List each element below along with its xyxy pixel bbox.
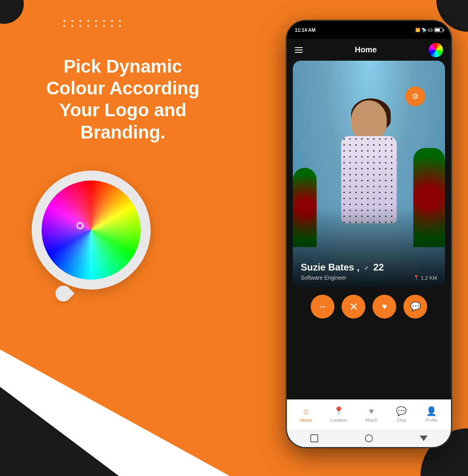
location-pin-icon: 📍 bbox=[413, 275, 419, 280]
status-icons: 📶 📡 63 bbox=[415, 28, 443, 33]
battery-icon bbox=[434, 28, 443, 32]
phone-bottom-bar bbox=[287, 429, 451, 447]
dot-pattern bbox=[63, 20, 124, 27]
app-title: Home bbox=[355, 45, 377, 54]
app-header: Home bbox=[287, 39, 451, 61]
gesture-square[interactable] bbox=[310, 434, 318, 442]
headline-text: Pick Dynamic Colour According Your Logo … bbox=[24, 56, 222, 143]
color-wheel[interactable] bbox=[42, 180, 141, 280]
profile-job: Software Engineer 📍 1.2 KM bbox=[301, 274, 437, 281]
nav-item-profile[interactable]: 👤 Profile bbox=[425, 406, 437, 422]
distance-badge: 📍 1.2 KM bbox=[413, 275, 437, 281]
theme-color-button[interactable] bbox=[429, 43, 443, 57]
back-icon: ↔ bbox=[318, 301, 327, 312]
nav-item-home[interactable]: ⌂ Home bbox=[300, 406, 311, 422]
like-button[interactable]: ♥ bbox=[372, 295, 396, 319]
nav-item-match[interactable]: ♥ Match bbox=[365, 406, 377, 422]
location-icon: 📍 bbox=[333, 406, 344, 416]
battery-fill bbox=[435, 29, 440, 31]
left-section: Pick Dynamic Colour According Your Logo … bbox=[24, 56, 222, 143]
color-wheel-selector[interactable] bbox=[76, 222, 84, 229]
hamburger-line bbox=[295, 50, 303, 50]
profile-name: Suzie Bates , ♂ 22 bbox=[301, 262, 437, 273]
battery-text: 63 bbox=[428, 28, 433, 33]
profile-age: 22 bbox=[373, 262, 384, 273]
headline-line1: Pick Dynamic bbox=[63, 56, 182, 77]
headline-line2: Colour According bbox=[46, 78, 200, 98]
signal-icon: 📶 bbox=[415, 28, 420, 32]
home-icon: ⌂ bbox=[304, 406, 309, 416]
chat-icon: 💬 bbox=[410, 301, 421, 312]
nav-label-location: Location bbox=[330, 418, 347, 422]
nav-label-match: Match bbox=[365, 418, 377, 422]
status-bar: 11:14 AM 📶 📡 63 bbox=[287, 21, 451, 39]
color-wheel-overlay bbox=[42, 180, 141, 280]
message-button[interactable]: 💬 bbox=[403, 295, 427, 319]
heart-icon: ♥ bbox=[382, 301, 387, 312]
color-wheel-bubble[interactable] bbox=[32, 171, 151, 290]
nav-label-profile: Profile bbox=[425, 418, 437, 422]
hamburger-menu-icon[interactable] bbox=[295, 47, 303, 53]
back-button[interactable]: ↔ bbox=[311, 295, 334, 319]
filter-icon: ⚙ bbox=[412, 92, 419, 101]
filter-button[interactable]: ⚙ bbox=[405, 86, 425, 106]
chat-nav-icon: 💬 bbox=[396, 406, 407, 416]
color-wheel-container bbox=[32, 171, 159, 313]
nav-item-chat[interactable]: 💬 Chat bbox=[396, 406, 407, 422]
profile-icon: 👤 bbox=[426, 406, 437, 416]
hamburger-line bbox=[295, 47, 303, 48]
nav-item-location[interactable]: 📍 Location bbox=[330, 406, 347, 422]
profile-info: Suzie Bates , ♂ 22 Software Engineer 📍 1… bbox=[293, 256, 445, 287]
bottom-navigation: ⌂ Home 📍 Location ♥ Match 💬 Chat 👤 Profi… bbox=[287, 399, 451, 429]
bg-decoration-top-left bbox=[0, 0, 24, 24]
headline-line3: Your Logo and Branding. bbox=[59, 100, 186, 142]
dislike-button[interactable]: ✕ bbox=[342, 295, 365, 319]
wifi-icon: 📡 bbox=[422, 28, 426, 32]
person-head bbox=[351, 100, 387, 140]
close-icon: ✕ bbox=[349, 300, 358, 313]
gender-symbol: ♂ bbox=[364, 264, 369, 272]
phone-mockup: 11:14 AM 📶 📡 63 Home ⚙ bbox=[286, 20, 452, 448]
nav-label-home: Home bbox=[300, 418, 311, 422]
action-buttons: ↔ ✕ ♥ 💬 bbox=[287, 287, 451, 326]
nav-label-chat: Chat bbox=[397, 418, 406, 422]
hamburger-line bbox=[295, 52, 303, 53]
gesture-triangle[interactable] bbox=[420, 436, 428, 441]
status-time: 11:14 AM bbox=[295, 27, 315, 33]
gesture-circle[interactable] bbox=[365, 434, 373, 442]
match-icon: ♥ bbox=[369, 406, 374, 416]
